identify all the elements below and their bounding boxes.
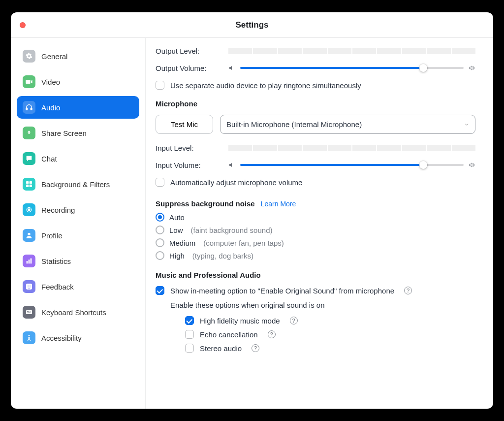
gear-icon — [23, 50, 35, 63]
help-icon[interactable]: ? — [252, 344, 259, 352]
sidebar-item-label: Statistics — [41, 257, 71, 265]
speaker-low-icon — [228, 65, 235, 71]
accessibility-icon — [23, 331, 35, 344]
svg-rect-18 — [30, 311, 30, 312]
svg-rect-3 — [30, 181, 32, 184]
output-volume-label: Output Volume: — [156, 64, 228, 72]
svg-rect-17 — [29, 311, 29, 312]
svg-point-8 — [28, 233, 30, 235]
music-professional-title: Music and Professional Audio — [156, 271, 475, 279]
svg-point-20 — [29, 335, 30, 336]
microphone-section-title: Microphone — [156, 99, 475, 108]
audio-settings-panel: Output Level: Output Volume: — [146, 38, 493, 409]
microphone-device-select[interactable]: Built-in Microphone (Internal Microphone… — [220, 115, 475, 134]
sidebar-item-profile[interactable]: Profile — [17, 224, 139, 247]
svg-rect-4 — [26, 185, 29, 187]
suppress-noise-option-hint: (faint background sound) — [191, 226, 273, 234]
svg-point-7 — [28, 209, 30, 211]
headphones-icon — [23, 101, 35, 114]
auto-adjust-mic-label: Automatically adjust microphone volume — [170, 178, 302, 187]
auto-adjust-mic-checkbox[interactable] — [156, 178, 164, 187]
input-volume-label: Input Volume: — [156, 161, 228, 169]
speaker-low-icon — [228, 162, 235, 168]
svg-rect-0 — [26, 108, 28, 110]
echo-cancellation-label: Echo cancellation — [200, 330, 258, 339]
svg-rect-16 — [27, 311, 28, 312]
svg-rect-2 — [26, 181, 29, 184]
test-mic-button[interactable]: Test Mic — [156, 115, 213, 134]
echo-cancellation-checkbox[interactable] — [185, 330, 194, 339]
suppress-noise-option-label: High — [169, 252, 185, 260]
profile-icon — [23, 229, 35, 242]
sidebar-item-label: Chat — [41, 155, 57, 163]
sidebar-item-label: Audio — [41, 103, 60, 112]
input-level-label: Input Level: — [156, 144, 228, 152]
help-icon[interactable]: ? — [290, 317, 298, 324]
sidebar-item-statistics[interactable]: Statistics — [17, 250, 139, 272]
sidebar-item-keyboard-shortcuts[interactable]: Keyboard Shortcuts — [17, 301, 139, 324]
chat-icon — [23, 152, 35, 165]
sidebar-item-label: Accessibility — [41, 334, 82, 342]
svg-rect-11 — [31, 259, 32, 264]
speaker-high-icon — [469, 65, 475, 71]
help-icon[interactable]: ? — [404, 287, 412, 294]
sidebar-item-label: Background & Filters — [41, 180, 110, 189]
recording-icon — [23, 203, 35, 216]
svg-rect-10 — [29, 259, 30, 263]
sidebar-item-audio[interactable]: Audio — [17, 96, 139, 119]
svg-rect-15 — [26, 310, 32, 314]
titlebar: Settings — [11, 12, 493, 38]
sidebar-item-label: Profile — [41, 231, 63, 240]
sidebar-item-general[interactable]: General — [17, 45, 139, 67]
suppress-noise-option-hint: (typing, dog barks) — [192, 252, 253, 260]
sidebar-item-label: Share Screen — [41, 129, 87, 137]
input-level-meter — [228, 145, 475, 151]
high-fidelity-label: High fidelity music mode — [200, 317, 280, 325]
suppress-noise-auto-radio[interactable] — [156, 213, 164, 222]
stereo-audio-checkbox[interactable] — [185, 344, 194, 353]
output-volume-slider[interactable] — [240, 63, 464, 73]
suppress-noise-low-radio[interactable] — [156, 226, 164, 234]
chevron-down-icon — [464, 122, 469, 127]
sidebar-item-share-screen[interactable]: Share Screen — [17, 122, 139, 144]
svg-rect-12 — [26, 284, 32, 290]
learn-more-link[interactable]: Learn More — [261, 200, 296, 208]
sidebar-item-chat[interactable]: Chat — [17, 147, 139, 170]
sidebar-item-accessibility[interactable]: Accessibility — [17, 326, 139, 349]
sidebar: General Video Audio Share Screen — [11, 38, 146, 409]
output-level-label: Output Level: — [156, 47, 228, 55]
suppress-noise-medium-radio[interactable] — [156, 238, 164, 247]
video-icon — [23, 75, 35, 88]
settings-window: Settings General Video Audio — [11, 12, 493, 409]
separate-ringtone-checkbox[interactable] — [156, 81, 164, 90]
sidebar-item-label: Recording — [41, 206, 75, 214]
svg-rect-5 — [30, 185, 32, 187]
sidebar-item-feedback[interactable]: Feedback — [17, 275, 139, 298]
show-original-sound-label: Show in-meeting option to "Enable Origin… — [170, 287, 394, 295]
statistics-icon — [23, 255, 35, 267]
suppress-noise-option-label: Medium — [169, 239, 195, 247]
sidebar-item-video[interactable]: Video — [17, 70, 139, 93]
feedback-icon — [23, 280, 35, 293]
background-filters-icon — [23, 178, 35, 191]
sidebar-item-recording[interactable]: Recording — [17, 198, 139, 221]
share-screen-icon — [23, 127, 35, 139]
separate-ringtone-label: Use separate audio device to play ringto… — [170, 81, 361, 90]
show-original-sound-checkbox[interactable] — [156, 286, 164, 295]
sidebar-item-label: General — [41, 52, 67, 61]
suppress-noise-option-label: Low — [169, 226, 183, 234]
svg-rect-1 — [31, 108, 32, 110]
suppress-noise-high-radio[interactable] — [156, 251, 164, 260]
high-fidelity-checkbox[interactable] — [185, 316, 194, 325]
speaker-high-icon — [469, 162, 475, 168]
svg-point-13 — [28, 286, 29, 287]
input-volume-slider[interactable] — [240, 160, 464, 170]
help-icon[interactable]: ? — [268, 330, 276, 338]
svg-point-14 — [30, 286, 31, 287]
suppress-noise-option-hint: (computer fan, pen taps) — [203, 239, 284, 247]
window-close-traffic-light[interactable] — [20, 22, 26, 28]
suppress-noise-option-label: Auto — [169, 213, 185, 222]
window-body: General Video Audio Share Screen — [11, 38, 493, 409]
microphone-device-value: Built-in Microphone (Internal Microphone… — [226, 120, 362, 129]
sidebar-item-background-filters[interactable]: Background & Filters — [17, 173, 139, 195]
